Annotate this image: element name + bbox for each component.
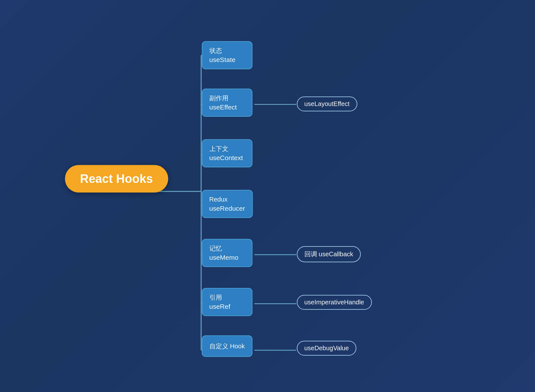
- branch-customHook-zh: 自定义 Hook: [209, 342, 245, 351]
- connector-lines: [46, 22, 489, 370]
- branch-useReducer-en: useReducer: [209, 204, 245, 213]
- branch-useRef-en: useRef: [209, 302, 245, 311]
- leaf-useImperativeHandle-label: useImperativeHandle: [304, 299, 364, 306]
- branch-useContext-en: useContext: [209, 153, 245, 162]
- branch-useMemo: 记忆 useMemo: [202, 239, 252, 267]
- leaf-useLayoutEffect: useLayoutEffect: [297, 96, 357, 111]
- branch-useRef: 引用 useRef: [202, 288, 252, 316]
- branch-customHook: 自定义 Hook: [202, 335, 252, 357]
- leaf-useCallback: 回调 useCallback: [297, 246, 361, 262]
- leaf-useImperativeHandle: useImperativeHandle: [297, 295, 372, 310]
- leaf-useCallback-label: 回调 useCallback: [304, 251, 353, 258]
- root-label: React Hooks: [80, 172, 153, 185]
- branch-useEffect-en: useEffect: [209, 103, 245, 112]
- root-node: React Hooks: [65, 165, 168, 192]
- branch-useRef-zh: 引用: [209, 293, 245, 302]
- mind-map-diagram: React Hooks 状态 useState 副作用 useEffect us…: [46, 22, 489, 370]
- branch-useReducer-zh: Redux: [209, 195, 245, 204]
- branch-useState: 状态 useState: [202, 41, 252, 69]
- branch-useEffect-zh: 副作用: [209, 94, 245, 103]
- branch-useReducer: Redux useReducer: [202, 190, 253, 218]
- branch-useMemo-en: useMemo: [209, 253, 245, 262]
- connector-lines-2: [46, 22, 489, 370]
- branch-useContext: 上下文 useContext: [202, 139, 252, 167]
- branch-useState-en: useState: [209, 55, 245, 64]
- leaf-useLayoutEffect-label: useLayoutEffect: [304, 100, 350, 107]
- branch-useContext-zh: 上下文: [209, 144, 245, 153]
- branch-useState-zh: 状态: [209, 46, 245, 55]
- branch-useMemo-zh: 记忆: [209, 244, 245, 253]
- branch-useEffect: 副作用 useEffect: [202, 89, 252, 117]
- leaf-useDebugValue: useDebugValue: [297, 341, 357, 356]
- leaf-useDebugValue-label: useDebugValue: [304, 345, 349, 352]
